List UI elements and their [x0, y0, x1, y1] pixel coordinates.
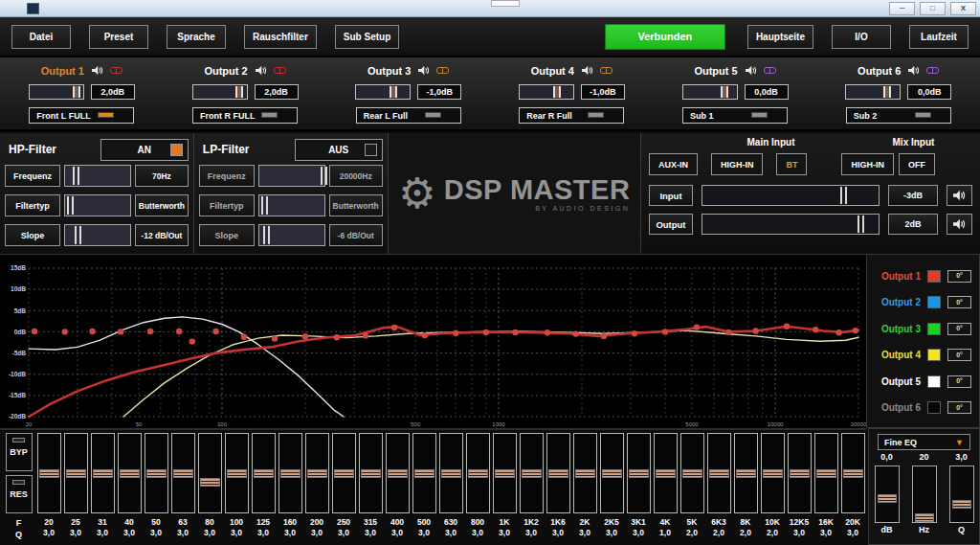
- gain-slider[interactable]: [29, 84, 84, 100]
- gain-slider[interactable]: [192, 84, 248, 100]
- slider-handle[interactable]: [682, 469, 702, 478]
- slider-handle[interactable]: [235, 86, 243, 98]
- eq-band-slider[interactable]: [198, 433, 222, 513]
- eq-band-slider[interactable]: [118, 433, 142, 513]
- eq-band-slider[interactable]: [359, 433, 383, 513]
- menu-button[interactable]: Datei: [11, 25, 71, 49]
- output-label[interactable]: Output 6: [858, 65, 901, 77]
- close-button[interactable]: X: [950, 2, 976, 15]
- eq-frequency-response-chart[interactable]: 15dB10dB5dB0dB-5dB-10dB-15dB-20dB2050100…: [0, 254, 866, 428]
- eq-band-slider[interactable]: [707, 433, 731, 513]
- io-gain-slider[interactable]: [702, 185, 880, 206]
- slider-handle[interactable]: [227, 469, 247, 478]
- eq-band-slider[interactable]: [305, 433, 329, 513]
- eq-band-slider[interactable]: [466, 433, 490, 513]
- menu-button[interactable]: Laufzeit: [909, 25, 969, 49]
- legend-output-label[interactable]: Output 5: [877, 376, 921, 387]
- output-label[interactable]: Output 5: [694, 65, 737, 77]
- reset-button[interactable]: RES: [6, 475, 33, 513]
- phase-button[interactable]: 0°: [947, 270, 971, 283]
- slider-handle[interactable]: [39, 469, 59, 478]
- channel-name-box[interactable]: Sub 2: [846, 107, 951, 124]
- hp-filter-toggle[interactable]: AN: [100, 139, 189, 161]
- eq-band-slider[interactable]: [439, 433, 463, 513]
- link-icon[interactable]: [600, 67, 612, 74]
- gain-slider[interactable]: [845, 84, 901, 100]
- fine-eq-slider[interactable]: [949, 466, 974, 523]
- eq-band-slider[interactable]: [64, 433, 88, 513]
- link-icon[interactable]: [926, 67, 939, 74]
- slider-handle[interactable]: [843, 469, 863, 478]
- slider-handle[interactable]: [307, 469, 327, 478]
- filter-param-slider[interactable]: [258, 194, 325, 216]
- slider-handle[interactable]: [254, 469, 274, 478]
- menu-button[interactable]: I/O: [832, 25, 891, 49]
- speaker-icon[interactable]: [745, 65, 757, 76]
- phase-button[interactable]: 0°: [947, 375, 971, 388]
- link-icon[interactable]: [436, 67, 449, 74]
- input-source-button[interactable]: HIGH-IN: [711, 153, 764, 175]
- eq-band-slider[interactable]: [332, 433, 356, 513]
- output-label[interactable]: Output 3: [368, 65, 411, 77]
- eq-band-slider[interactable]: [225, 433, 249, 513]
- legend-color-swatch[interactable]: [927, 296, 941, 308]
- link-icon[interactable]: [274, 67, 286, 74]
- legend-color-swatch[interactable]: [927, 349, 941, 361]
- slider-handle[interactable]: [321, 167, 327, 185]
- eq-band-slider[interactable]: [680, 433, 704, 513]
- speaker-icon[interactable]: [255, 65, 267, 76]
- filter-param-label[interactable]: Slope: [199, 224, 255, 246]
- input-source-button[interactable]: BT: [776, 153, 807, 175]
- eq-band-slider[interactable]: [788, 433, 812, 513]
- eq-band-slider[interactable]: [386, 433, 410, 513]
- slider-handle[interactable]: [66, 469, 86, 478]
- legend-output-label[interactable]: Output 2: [877, 297, 921, 307]
- filter-param-slider[interactable]: [64, 224, 131, 246]
- eq-band-slider[interactable]: [814, 433, 838, 513]
- channel-name-box[interactable]: Front L FULL: [29, 107, 134, 124]
- output-label[interactable]: Output 1: [41, 65, 84, 77]
- slider-handle[interactable]: [361, 469, 381, 478]
- slider-handle[interactable]: [816, 469, 836, 478]
- eq-band-slider[interactable]: [627, 433, 651, 513]
- slider-handle[interactable]: [67, 196, 74, 215]
- slider-handle[interactable]: [602, 469, 622, 478]
- slider-handle[interactable]: [280, 469, 301, 478]
- filter-param-slider[interactable]: [258, 224, 325, 246]
- link-icon[interactable]: [764, 67, 776, 74]
- bypass-button[interactable]: BYP: [6, 433, 33, 471]
- minimize-button[interactable]: ─: [889, 2, 915, 15]
- eq-band-slider[interactable]: [91, 433, 115, 513]
- slider-handle[interactable]: [915, 513, 934, 522]
- filter-param-label[interactable]: Filtertyp: [5, 194, 60, 216]
- slider-handle[interactable]: [721, 86, 728, 98]
- slider-handle[interactable]: [883, 86, 891, 98]
- slider-handle[interactable]: [575, 469, 595, 478]
- gain-slider[interactable]: [682, 84, 738, 100]
- eq-band-slider[interactable]: [278, 433, 302, 513]
- menu-button[interactable]: Rauschfilter: [244, 25, 317, 49]
- legend-color-swatch[interactable]: [927, 401, 941, 414]
- slider-handle[interactable]: [952, 500, 971, 509]
- phase-button[interactable]: 0°: [947, 323, 971, 335]
- slider-handle[interactable]: [120, 469, 140, 478]
- lp-filter-toggle[interactable]: AUS: [295, 139, 383, 161]
- eq-band-slider[interactable]: [841, 433, 865, 513]
- speaker-icon[interactable]: [907, 65, 920, 76]
- menu-button[interactable]: Sub Setup: [335, 25, 399, 49]
- slider-handle[interactable]: [93, 469, 113, 478]
- menu-button[interactable]: Sprache: [167, 25, 226, 49]
- slider-handle[interactable]: [388, 469, 408, 478]
- menu-button[interactable]: Hauptseite: [747, 25, 813, 49]
- filter-param-slider[interactable]: [64, 194, 131, 216]
- eq-mode-dropdown[interactable]: Fine EQ ▼: [878, 434, 970, 450]
- channel-name-box[interactable]: Front R FULL: [192, 107, 298, 124]
- legend-output-label[interactable]: Output 3: [877, 324, 921, 334]
- channel-name-box[interactable]: Rear R Full: [519, 107, 624, 124]
- speaker-icon[interactable]: [581, 65, 593, 76]
- mute-speaker-button[interactable]: [947, 214, 972, 235]
- eq-band-slider[interactable]: [734, 433, 758, 513]
- slider-handle[interactable]: [390, 86, 397, 98]
- slider-handle[interactable]: [709, 469, 729, 478]
- slider-handle[interactable]: [858, 216, 864, 233]
